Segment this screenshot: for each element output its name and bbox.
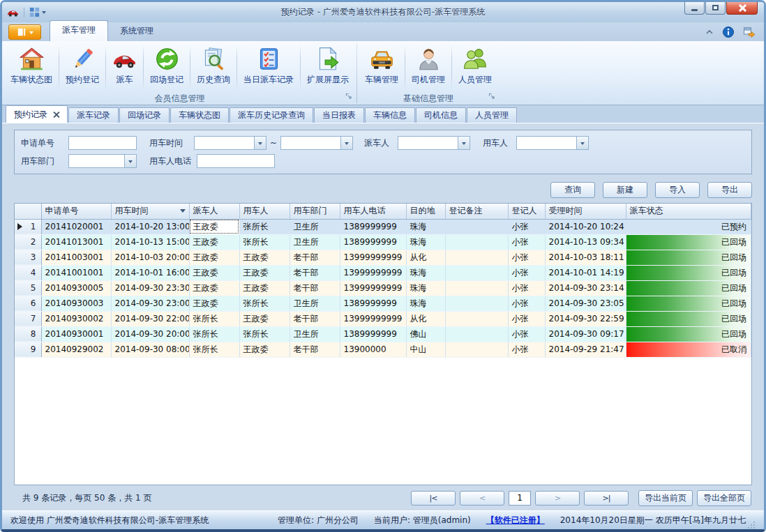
cell[interactable]: 20140930005 xyxy=(41,280,111,296)
cell[interactable]: 2014-09-30 23:30 xyxy=(111,280,189,296)
cell[interactable]: 2014-10-01 14:19 xyxy=(545,265,626,280)
cell[interactable]: 2014-10-20 13:00 xyxy=(111,219,189,234)
doc-tab-7[interactable]: 司机信息 xyxy=(416,107,466,123)
collapse-ribbon-icon[interactable] xyxy=(705,29,714,35)
cell[interactable]: 王政委 xyxy=(239,280,290,296)
cell[interactable]: 1389999999 xyxy=(340,326,406,342)
export-current-page-button[interactable]: 导出当前页 xyxy=(638,490,693,506)
doc-tab-5[interactable]: 当日报表 xyxy=(314,107,364,123)
doc-tab-6[interactable]: 车辆信息 xyxy=(365,107,415,123)
doc-tab-0[interactable]: 预约记录 xyxy=(6,105,68,123)
status-cell[interactable]: 已取消 xyxy=(626,342,751,357)
query-button[interactable]: 查询 xyxy=(550,182,595,198)
column-header-6[interactable]: 用车人电话 xyxy=(340,204,406,219)
ribbon-button-0-1[interactable]: 预约登记 xyxy=(59,43,105,93)
ribbon-button-0-5[interactable]: 当日派车记录 xyxy=(237,43,300,93)
cell[interactable]: 张所长 xyxy=(239,219,290,234)
cell[interactable]: 卫生所 xyxy=(290,234,340,250)
ribbon-button-0-2[interactable]: 派车 xyxy=(106,43,143,93)
column-header-2[interactable]: 用车时间 xyxy=(111,204,189,219)
cell[interactable]: 13999999999 xyxy=(340,311,406,326)
cell[interactable]: 王政委 xyxy=(189,265,239,280)
cell[interactable] xyxy=(445,265,508,280)
cell[interactable]: 张所长 xyxy=(239,234,290,250)
cell[interactable]: 王政委 xyxy=(239,311,290,326)
row-header-cell[interactable]: 7 xyxy=(15,311,41,326)
cell[interactable]: 13999999999 xyxy=(340,250,406,265)
cell[interactable]: 张所长 xyxy=(239,326,290,342)
row-header-cell[interactable]: 3 xyxy=(15,250,41,265)
table-row[interactable]: 2201410130012014-10-13 15:00王政委张所长卫生所138… xyxy=(15,234,751,250)
cell[interactable]: 1389999999 xyxy=(340,219,406,234)
column-header-9[interactable]: 登记人 xyxy=(508,204,545,219)
cell[interactable]: 2014-10-03 20:00 xyxy=(111,250,189,265)
cell[interactable]: 20141020001 xyxy=(41,219,111,234)
ribbon-button-1-1[interactable]: 司机管理 xyxy=(405,43,451,93)
cell[interactable]: 小张 xyxy=(508,234,545,250)
cell[interactable] xyxy=(445,326,508,342)
cell[interactable]: 从化 xyxy=(406,311,445,326)
cell[interactable]: 小张 xyxy=(508,219,545,234)
cell[interactable]: 13900000 xyxy=(340,342,406,357)
cell[interactable]: 王政委 xyxy=(189,296,239,311)
cell[interactable]: 2014-09-30 23:14 xyxy=(545,280,626,296)
request-no-input[interactable] xyxy=(68,136,137,150)
cell[interactable] xyxy=(445,234,508,250)
cell[interactable]: 2014-09-30 23:05 xyxy=(545,296,626,311)
doc-tab-4[interactable]: 派车历史记录查询 xyxy=(230,107,313,123)
table-row[interactable]: 4201410010012014-10-01 16:00王政委王政委老干部139… xyxy=(15,265,751,280)
cell[interactable]: 小张 xyxy=(508,265,545,280)
doc-tab-3[interactable]: 车辆状态图 xyxy=(170,107,229,123)
dialog-launcher-icon[interactable] xyxy=(488,93,496,102)
cell[interactable]: 小张 xyxy=(508,311,545,326)
cell[interactable]: 珠海 xyxy=(406,280,445,296)
doc-tab-2[interactable]: 回场记录 xyxy=(119,107,170,123)
cell[interactable]: 张所长 xyxy=(189,342,239,357)
use-time-to-combo[interactable] xyxy=(280,136,353,150)
ribbon-tab-dispatch[interactable]: 派车管理 xyxy=(50,20,108,41)
cell[interactable]: 2014-10-01 16:00 xyxy=(111,265,189,280)
cell[interactable]: 13999999999 xyxy=(340,280,406,296)
chevron-down-icon[interactable] xyxy=(254,137,266,149)
column-header-7[interactable]: 目的地 xyxy=(406,204,445,219)
next-page-button[interactable]: > xyxy=(535,491,580,506)
row-header-cell[interactable]: 2 xyxy=(15,234,41,250)
close-button[interactable] xyxy=(726,1,758,15)
status-cell[interactable]: 已回场 xyxy=(626,296,751,311)
cell[interactable]: 2014-09-29 21:47 xyxy=(545,342,626,357)
new-button[interactable]: 新建 xyxy=(603,182,647,198)
status-cell[interactable]: 已回场 xyxy=(626,326,751,342)
cell[interactable]: 2014-10-20 10:24 xyxy=(545,219,626,234)
cell[interactable]: 2014-09-30 08:00 xyxy=(111,342,189,357)
cell[interactable]: 2014-10-03 18:11 xyxy=(545,250,626,265)
cell[interactable]: 张所长 xyxy=(189,326,239,342)
status-cell[interactable]: 已回场 xyxy=(626,234,751,250)
use-time-from-combo[interactable] xyxy=(194,136,266,150)
cell[interactable]: 珠海 xyxy=(406,265,445,280)
import-button[interactable]: 导入 xyxy=(655,182,700,198)
app-menu-button[interactable] xyxy=(8,24,41,40)
column-header-11[interactable]: 派车状态 xyxy=(626,204,751,219)
cell[interactable] xyxy=(445,219,508,234)
row-header-cell[interactable]: 4 xyxy=(15,265,41,280)
cell[interactable]: 20140930003 xyxy=(41,296,111,311)
ribbon-button-0-3[interactable]: 回场登记 xyxy=(144,43,190,93)
close-tab-icon[interactable] xyxy=(53,112,59,118)
resize-grip[interactable] xyxy=(747,521,756,529)
cell[interactable]: 张所长 xyxy=(239,296,290,311)
cell[interactable]: 从化 xyxy=(406,250,445,265)
cell[interactable] xyxy=(445,280,508,296)
cell[interactable]: 2014-10-13 15:00 xyxy=(111,234,189,250)
column-header-4[interactable]: 用车人 xyxy=(239,204,290,219)
cell[interactable]: 王政委 xyxy=(189,280,239,296)
cell[interactable]: 老干部 xyxy=(290,280,340,296)
window-switch-icon[interactable] xyxy=(743,26,756,38)
minimize-button[interactable] xyxy=(684,1,705,15)
table-row[interactable]: 3201410030012014-10-03 20:00王政委王政委老干部139… xyxy=(15,250,751,265)
status-cell[interactable]: 已回场 xyxy=(626,265,751,280)
cell[interactable]: 1389999999 xyxy=(340,234,406,250)
row-header-cell[interactable]: 5 xyxy=(15,280,41,296)
table-row[interactable]: 1201410200012014-10-20 13:00王政委张所长卫生所138… xyxy=(15,219,751,234)
cell[interactable] xyxy=(445,250,508,265)
cell[interactable]: 王政委 xyxy=(239,265,290,280)
